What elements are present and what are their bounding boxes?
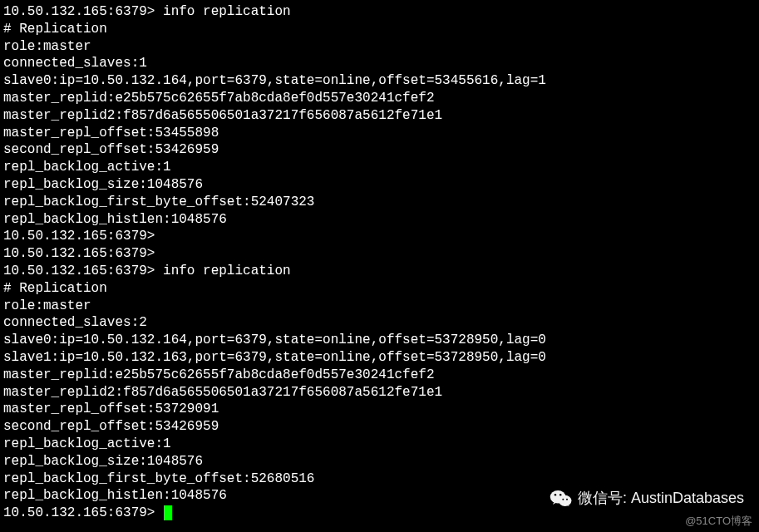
output-text: slave0:ip=10.50.132.164,port=6379,state=… bbox=[3, 332, 546, 347]
cursor bbox=[164, 505, 172, 520]
terminal-line: master_replid:e25b575c62655f7ab8cda8ef0d… bbox=[3, 367, 759, 384]
watermark-wechat-label: 微信号: AustinDatabases bbox=[578, 489, 744, 508]
output-text: repl_backlog_size:1048576 bbox=[3, 177, 203, 192]
terminal-line: repl_backlog_size:1048576 bbox=[3, 176, 759, 194]
output-text: connected_slaves:1 bbox=[3, 56, 147, 71]
terminal-line: repl_backlog_active:1 bbox=[3, 436, 759, 453]
terminal-line: repl_backlog_size:1048576 bbox=[3, 453, 759, 470]
output-text: slave0:ip=10.50.132.164,port=6379,state=… bbox=[3, 73, 546, 88]
svg-point-7 bbox=[566, 499, 568, 500]
watermark-wechat: 微信号: AustinDatabases bbox=[550, 489, 744, 509]
output-text: master_replid:e25b575c62655f7ab8cda8ef0d… bbox=[3, 367, 434, 382]
terminal-line: connected_slaves:2 bbox=[3, 314, 759, 332]
output-text: master_repl_offset:53729091 bbox=[3, 401, 219, 416]
svg-point-6 bbox=[562, 499, 564, 500]
terminal-line: master_repl_offset:53455898 bbox=[3, 125, 759, 142]
terminal-line: # Replication bbox=[3, 280, 759, 298]
terminal-line: slave0:ip=10.50.132.164,port=6379,state=… bbox=[3, 72, 759, 90]
terminal-line: slave0:ip=10.50.132.164,port=6379,state=… bbox=[3, 332, 759, 349]
terminal-line: master_replid2:f857d6a565506501a37217f65… bbox=[3, 107, 759, 125]
terminal-line: 10.50.132.165:6379> info replication bbox=[3, 3, 759, 21]
command-text: info replication bbox=[163, 264, 291, 278]
terminal-line: # Replication bbox=[3, 21, 759, 38]
output-text: repl_backlog_histlen:1048576 bbox=[3, 212, 227, 227]
terminal-line: repl_backlog_first_byte_offset:52680516 bbox=[3, 470, 759, 488]
terminal-line: repl_backlog_active:1 bbox=[3, 159, 759, 176]
output-text: master_replid:e25b575c62655f7ab8cda8ef0d… bbox=[3, 91, 434, 106]
output-text: repl_backlog_first_byte_offset:52407323 bbox=[3, 195, 314, 209]
terminal-line: 10.50.132.165:6379> bbox=[3, 245, 759, 263]
prompt: 10.50.132.165:6379> bbox=[3, 4, 163, 19]
output-text: repl_backlog_active:1 bbox=[3, 160, 171, 175]
output-text: # Replication bbox=[3, 281, 107, 296]
terminal-line: repl_backlog_first_byte_offset:52407323 bbox=[3, 194, 759, 211]
svg-point-4 bbox=[554, 494, 556, 495]
terminal-output[interactable]: 10.50.132.165:6379> info replication# Re… bbox=[3, 3, 759, 522]
output-text: role:master bbox=[3, 39, 91, 54]
output-text: repl_backlog_size:1048576 bbox=[3, 454, 203, 469]
output-text: slave1:ip=10.50.132.163,port=6379,state=… bbox=[3, 350, 546, 365]
terminal-line: repl_backlog_histlen:1048576 bbox=[3, 211, 759, 229]
output-text: # Replication bbox=[3, 22, 107, 37]
output-text: repl_backlog_active:1 bbox=[3, 436, 171, 451]
output-text: repl_backlog_first_byte_offset:52680516 bbox=[3, 471, 314, 486]
output-text: master_replid2:f857d6a565506501a37217f65… bbox=[3, 385, 442, 400]
prompt: 10.50.132.165:6379> bbox=[3, 229, 163, 244]
output-text: second_repl_offset:53426959 bbox=[3, 419, 219, 434]
output-text: second_repl_offset:53426959 bbox=[3, 142, 219, 157]
wechat-icon bbox=[550, 489, 573, 509]
prompt: 10.50.132.165:6379> bbox=[3, 505, 163, 520]
output-text: role:master bbox=[3, 298, 91, 313]
terminal-line: second_repl_offset:53426959 bbox=[3, 141, 759, 159]
terminal-line: master_repl_offset:53729091 bbox=[3, 401, 759, 418]
svg-point-5 bbox=[559, 494, 561, 495]
terminal-line: role:master bbox=[3, 38, 759, 56]
terminal-line: master_replid2:f857d6a565506501a37217f65… bbox=[3, 384, 759, 401]
terminal-line: slave1:ip=10.50.132.163,port=6379,state=… bbox=[3, 349, 759, 367]
watermark-bottom: @51CTO博客 bbox=[685, 515, 752, 529]
output-text: master_replid2:f857d6a565506501a37217f65… bbox=[3, 108, 442, 123]
terminal-line: second_repl_offset:53426959 bbox=[3, 418, 759, 436]
output-text: master_repl_offset:53455898 bbox=[3, 126, 219, 140]
command-text: info replication bbox=[163, 4, 291, 19]
svg-point-3 bbox=[559, 496, 571, 506]
prompt: 10.50.132.165:6379> bbox=[3, 246, 163, 261]
terminal-line: master_replid:e25b575c62655f7ab8cda8ef0d… bbox=[3, 90, 759, 107]
output-text: connected_slaves:2 bbox=[3, 315, 147, 330]
prompt: 10.50.132.165:6379> bbox=[3, 264, 163, 278]
terminal-line: connected_slaves:1 bbox=[3, 55, 759, 72]
terminal-line: 10.50.132.165:6379> bbox=[3, 228, 759, 245]
terminal-line: role:master bbox=[3, 298, 759, 315]
output-text: repl_backlog_histlen:1048576 bbox=[3, 488, 227, 503]
terminal-line: 10.50.132.165:6379> info replication bbox=[3, 263, 759, 280]
